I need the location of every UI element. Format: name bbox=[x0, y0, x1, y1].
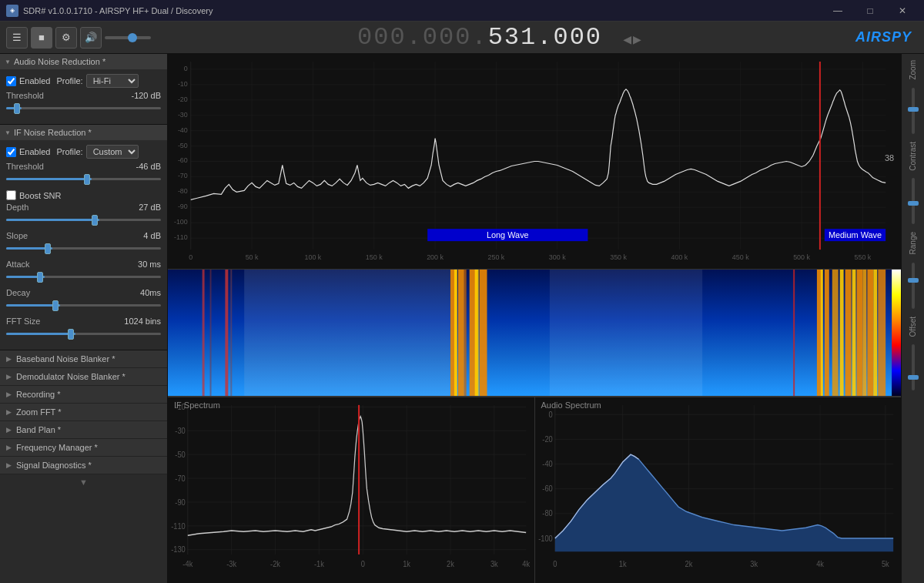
svg-rect-63 bbox=[458, 270, 464, 396]
svg-text:-40: -40 bbox=[542, 459, 553, 468]
offset-slider[interactable] bbox=[908, 344, 919, 390]
bandplan-label: Band Plan * bbox=[16, 425, 61, 434]
stop-button[interactable]: ■ bbox=[31, 27, 52, 49]
if-enabled-label: Enabled bbox=[19, 147, 50, 156]
svg-text:400 k: 400 k bbox=[671, 253, 688, 261]
sigdiag-label: Signal Diagnostics * bbox=[16, 461, 92, 470]
zoom-slider[interactable] bbox=[908, 88, 919, 134]
frequency-manager-panel[interactable]: ▶ Frequency Manager * bbox=[0, 439, 167, 457]
svg-text:-90: -90 bbox=[175, 498, 186, 507]
svg-text:-20: -20 bbox=[178, 95, 188, 103]
if-enabled-checkbox[interactable] bbox=[6, 147, 16, 157]
svg-text:-1k: -1k bbox=[314, 559, 325, 568]
baseband-noise-blanker-panel[interactable]: ▶ Baseband Noise Blanker * bbox=[0, 350, 167, 368]
if-noise-reduction-body: Enabled Profile: CustomHi-FiVoice Thresh… bbox=[0, 140, 167, 350]
offset-thumb[interactable] bbox=[908, 375, 919, 380]
svg-text:450 k: 450 k bbox=[732, 253, 749, 261]
band-plan-panel[interactable]: ▶ Band Plan * bbox=[0, 421, 167, 439]
decay-row: Decay 40ms bbox=[6, 288, 161, 297]
zoom-thumb[interactable] bbox=[908, 107, 919, 112]
slope-slider[interactable] bbox=[6, 243, 161, 255]
if-threshold-slider[interactable] bbox=[6, 173, 161, 186]
if-noise-reduction-header[interactable]: ▼ IF Noise Reduction * bbox=[0, 125, 167, 140]
freq-arrows[interactable]: ◀▶ bbox=[623, 32, 643, 48]
svg-text:-20: -20 bbox=[542, 434, 553, 444]
decay-slider[interactable] bbox=[6, 300, 161, 312]
waterfall-display[interactable] bbox=[168, 270, 901, 397]
audio-enabled-label: Enabled bbox=[19, 76, 50, 85]
zoom-fft-panel[interactable]: ▶ Zoom FFT * bbox=[0, 404, 167, 421]
fft-size-slider[interactable] bbox=[6, 328, 161, 340]
close-button[interactable]: ✕ bbox=[887, 0, 918, 22]
svg-rect-73 bbox=[845, 270, 852, 396]
boost-snr-checkbox[interactable] bbox=[6, 190, 16, 200]
slope-value: 4 dB bbox=[143, 231, 161, 240]
svg-rect-71 bbox=[832, 270, 839, 396]
minimize-button[interactable]: — bbox=[822, 0, 853, 22]
content-area: 0 -10 -20 -30 -40 -50 -60 -70 -80 -90 -1… bbox=[168, 54, 901, 583]
boost-snr-row: Boost SNR bbox=[6, 190, 161, 200]
freq-dim-part: 000.000. bbox=[357, 23, 488, 52]
svg-text:-40: -40 bbox=[178, 126, 188, 134]
scroll-down-arrow[interactable]: ▼ bbox=[0, 474, 167, 490]
audio-noise-reduction-title: Audio Noise Reduction * bbox=[14, 57, 105, 66]
attack-slider[interactable] bbox=[6, 271, 161, 283]
toolbar: ☰ ■ ⚙ 🔊 000.000.531.000 ◀▶ AIRSPY bbox=[0, 22, 924, 54]
maximize-button[interactable]: □ bbox=[855, 0, 886, 22]
audio-button[interactable]: 🔊 bbox=[80, 27, 102, 49]
svg-rect-74 bbox=[852, 270, 856, 396]
recording-panel[interactable]: ▶ Recording * bbox=[0, 386, 167, 404]
spectrum-display[interactable]: 0 -10 -20 -30 -40 -50 -60 -70 -80 -90 -1… bbox=[168, 54, 901, 270]
demodulator-noise-blanker-panel[interactable]: ▶ Demodulator Noise Blanker * bbox=[0, 368, 167, 386]
svg-rect-60 bbox=[230, 270, 232, 396]
svg-text:0: 0 bbox=[361, 559, 365, 568]
volume-slider[interactable] bbox=[105, 36, 151, 39]
audio-threshold-slider[interactable] bbox=[6, 102, 161, 115]
audio-spectrum-title: Audio Spectrum bbox=[541, 400, 601, 410]
svg-text:-80: -80 bbox=[542, 509, 553, 518]
svg-text:38: 38 bbox=[885, 153, 894, 163]
contrast-thumb[interactable] bbox=[908, 201, 919, 206]
range-label: Range bbox=[909, 232, 917, 254]
menu-button[interactable]: ☰ bbox=[6, 27, 28, 49]
contrast-slider[interactable] bbox=[908, 178, 919, 224]
app-icon: ◈ bbox=[6, 5, 18, 17]
attack-label: Attack bbox=[6, 260, 30, 269]
range-thumb[interactable] bbox=[908, 278, 919, 283]
svg-text:-90: -90 bbox=[178, 203, 188, 210]
audio-noise-reduction-header[interactable]: ▼ Audio Noise Reduction * bbox=[0, 54, 167, 69]
audio-enabled-checkbox[interactable] bbox=[6, 76, 16, 86]
svg-text:-50: -50 bbox=[178, 142, 188, 149]
depth-row: Depth 27 dB bbox=[6, 203, 161, 212]
svg-rect-80 bbox=[244, 270, 450, 396]
demodulator-label: Demodulator Noise Blanker * bbox=[16, 372, 126, 381]
expand-icon-sigdiag: ▶ bbox=[6, 461, 12, 469]
if-profile-select[interactable]: CustomHi-FiVoice bbox=[86, 145, 139, 159]
svg-text:-30: -30 bbox=[178, 111, 188, 119]
audio-threshold-row: Threshold -120 dB bbox=[6, 91, 161, 100]
svg-rect-78 bbox=[873, 270, 877, 396]
decay-value: 40ms bbox=[140, 288, 161, 297]
signal-diagnostics-panel[interactable]: ▶ Signal Diagnostics * bbox=[0, 457, 167, 474]
range-slider[interactable] bbox=[908, 263, 919, 309]
airspy-logo: AIRSPY bbox=[849, 29, 918, 45]
svg-text:Medium Wave: Medium Wave bbox=[829, 230, 882, 240]
slope-label: Slope bbox=[6, 231, 28, 240]
if-noise-reduction-title: IF Noise Reduction * bbox=[14, 128, 92, 137]
audio-profile-select[interactable]: Hi-FiCustomVoice bbox=[86, 74, 139, 88]
svg-text:-110: -110 bbox=[171, 521, 186, 531]
section-arrow-audio: ▼ bbox=[5, 59, 11, 65]
depth-slider[interactable] bbox=[6, 214, 161, 226]
settings-button[interactable]: ⚙ bbox=[55, 27, 77, 49]
if-noise-reduction-section: ▼ IF Noise Reduction * Enabled Profile: … bbox=[0, 125, 167, 350]
svg-text:50 k: 50 k bbox=[246, 253, 259, 261]
svg-text:200 k: 200 k bbox=[427, 253, 444, 261]
audio-noise-reduction-section: ▼ Audio Noise Reduction * Enabled Profil… bbox=[0, 54, 167, 125]
zoomfft-label: Zoom FFT * bbox=[16, 407, 61, 417]
expand-icon-freqmgr: ▶ bbox=[6, 444, 12, 451]
titlebar: ◈ SDR# v1.0.0.1710 - AIRSPY HF+ Dual / D… bbox=[0, 0, 924, 22]
audio-noise-reduction-body: Enabled Profile: Hi-FiCustomVoice Thresh… bbox=[0, 69, 167, 124]
expand-icon-recording: ▶ bbox=[6, 390, 12, 398]
left-panel: ▼ Audio Noise Reduction * Enabled Profil… bbox=[0, 54, 168, 583]
fft-size-row: FFT Size 1024 bins bbox=[6, 317, 161, 326]
